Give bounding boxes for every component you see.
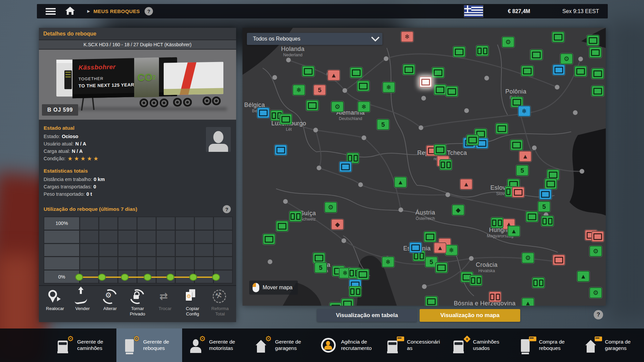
trailer-map-icon-box[interactable] bbox=[339, 161, 352, 172]
trailer-map-icon-box[interactable] bbox=[526, 211, 538, 222]
home-icon[interactable] bbox=[65, 7, 75, 15]
trailer-map-icon-box[interactable] bbox=[591, 231, 604, 242]
map-view-button[interactable]: Visualização no mapa bbox=[420, 309, 520, 322]
trailer-map-icon-box2[interactable] bbox=[489, 291, 501, 302]
trailer-map-icon-box[interactable] bbox=[432, 67, 444, 78]
trailer-map-icon-box[interactable] bbox=[591, 85, 604, 97]
make-private-button[interactable]: Tornar Privado bbox=[125, 289, 150, 322]
trailer-map-icon-box[interactable] bbox=[306, 100, 319, 111]
trailer-map-icon-drop[interactable]: ◆ bbox=[331, 219, 344, 230]
trailer-map-icon-snow[interactable]: ❄ bbox=[518, 106, 531, 117]
trailer-map-icon-box[interactable] bbox=[424, 231, 436, 242]
trailer-map-icon-box-selected[interactable] bbox=[419, 76, 432, 87]
trailer-map-icon-box[interactable] bbox=[512, 187, 525, 198]
table-view-button[interactable]: Visualização em tabela bbox=[317, 309, 417, 322]
trailer-map-icon-box[interactable] bbox=[510, 139, 523, 150]
trailer-map-icon-box[interactable] bbox=[445, 86, 458, 97]
trailer-map-icon-gear[interactable]: ⚙ bbox=[589, 246, 602, 257]
trailer-map-icon-gear[interactable]: ⚙ bbox=[589, 287, 602, 298]
trailer-map-icon-box2[interactable] bbox=[470, 275, 482, 286]
modify-button[interactable]: ⚙ Alterar bbox=[97, 289, 123, 322]
trailer-map-icon-box[interactable] bbox=[544, 178, 557, 189]
trailer-map-icon-photo[interactable]: ▲ bbox=[522, 298, 534, 306]
trailer-map-icon-box[interactable] bbox=[357, 80, 370, 92]
trailer-map-icon-box[interactable] bbox=[539, 189, 552, 200]
trailer-map-icon-box[interactable] bbox=[274, 144, 287, 156]
trailer-map-icon-curtain[interactable]: 5 bbox=[314, 262, 327, 273]
trailer-map-icon-photo[interactable]: ▲ bbox=[519, 151, 532, 162]
trailer-map-icon-box[interactable] bbox=[552, 32, 565, 43]
trailer-map-icon-curtain[interactable]: 5 bbox=[538, 201, 550, 212]
tab-driver-manager[interactable]: ⚙ Gerente de motoristas bbox=[182, 328, 248, 362]
trailer-map-icon-box2[interactable] bbox=[349, 286, 362, 297]
usage-help-icon[interactable]: ? bbox=[223, 205, 231, 213]
trailer-map-icon-photo[interactable]: ▲ bbox=[577, 271, 590, 282]
trailer-map-icon-box[interactable] bbox=[453, 46, 466, 57]
trailer-map-icon-box[interactable] bbox=[329, 302, 342, 306]
trailer-map-icon-box[interactable] bbox=[402, 64, 415, 75]
trailer-map-icon-box[interactable] bbox=[276, 221, 288, 232]
trailer-map-icon-gear[interactable]: ⚙ bbox=[331, 101, 344, 112]
trailer-map-icon-gear[interactable]: ⚙ bbox=[560, 53, 573, 64]
trailer-map-icon-curtain[interactable]: 5 bbox=[516, 165, 529, 176]
trailer-map-icon-snow[interactable]: ❄ bbox=[445, 245, 458, 256]
trailer-map-icon-gear[interactable]: ⚙ bbox=[502, 37, 515, 48]
trailer-map-icon-snow[interactable]: ❄ bbox=[401, 31, 414, 42]
trailer-map-icon-box[interactable] bbox=[495, 123, 508, 134]
trailer-map-icon-gear[interactable]: ⚙ bbox=[324, 202, 337, 213]
trailer-map-icon-box[interactable] bbox=[357, 269, 369, 280]
move-map-button[interactable]: Mover mapa bbox=[249, 281, 298, 295]
tab-recruitment-agency[interactable]: Agência de recrutamento bbox=[314, 328, 380, 362]
tab-used-trucks[interactable]: Caminhões usados bbox=[446, 328, 512, 362]
trailer-map-icon-box[interactable] bbox=[435, 262, 448, 273]
trailer-map-icon-box[interactable] bbox=[552, 254, 565, 265]
trailer-map-icon-snow[interactable]: ❄ bbox=[382, 82, 395, 93]
trailer-map-icon-box[interactable] bbox=[521, 65, 534, 76]
trailer-map-icon-box[interactable] bbox=[466, 134, 479, 145]
help-icon[interactable]: ? bbox=[145, 7, 153, 15]
trailer-map-icon-curtain[interactable]: 5 bbox=[313, 84, 326, 96]
trailer-map-icon-box[interactable] bbox=[263, 234, 275, 245]
trailer-map-icon-box2[interactable] bbox=[289, 211, 302, 222]
trailer-map-icon-snow[interactable]: ❄ bbox=[382, 256, 394, 267]
trailer-map-icon-box2[interactable] bbox=[476, 45, 489, 56]
trailer-map-icon-box[interactable] bbox=[350, 67, 363, 78]
tab-trailer-manager[interactable]: ⚙ Gerente de reboques bbox=[116, 328, 182, 362]
tab-garage-purchase[interactable]: Compra de garagens bbox=[578, 328, 644, 362]
sell-button[interactable]: Vender bbox=[70, 289, 95, 322]
trailer-map-icon-curtain[interactable]: 5 bbox=[377, 119, 389, 130]
trailer-map-icon-box[interactable] bbox=[552, 64, 565, 75]
trailer-map-icon-box2[interactable] bbox=[491, 217, 503, 228]
map-help-icon[interactable]: ? bbox=[594, 310, 603, 319]
trailer-map-icon-snow[interactable]: ❄ bbox=[358, 101, 370, 112]
trailer-map-icon-box[interactable] bbox=[341, 298, 354, 306]
trailer-map-icon-snow[interactable]: ❄ bbox=[292, 84, 305, 96]
trailer-map-icon-photo[interactable]: ▲ bbox=[507, 226, 520, 237]
trailer-map-icon-photo[interactable]: ▲ bbox=[434, 242, 446, 253]
trailer-map-icon-box[interactable] bbox=[587, 35, 599, 46]
trailer-map-icon-box[interactable] bbox=[257, 107, 270, 118]
trailer-map-icon-photo[interactable]: ▲ bbox=[394, 177, 407, 188]
trailer-map-icon-box2[interactable] bbox=[541, 216, 554, 227]
tab-dealerships[interactable]: Concessionárias bbox=[380, 328, 446, 362]
trailer-map-icon-photo[interactable]: ▲ bbox=[460, 179, 473, 190]
trailer-map-icon-box[interactable] bbox=[591, 68, 604, 79]
trailer-map-icon-box[interactable] bbox=[589, 47, 602, 58]
trailer-map-icon-box[interactable] bbox=[530, 49, 543, 60]
trailer-map[interactable]: HolandaNederlandBélgicaBeLuxemburgoLëtAl… bbox=[243, 28, 606, 306]
menu-icon[interactable] bbox=[46, 7, 56, 16]
trailer-map-icon-box[interactable] bbox=[409, 242, 422, 253]
trailer-map-icon-box[interactable] bbox=[302, 66, 315, 77]
trailer-map-icon-box[interactable] bbox=[574, 66, 587, 77]
copy-config-button[interactable]: ⚙ Copiar Config bbox=[180, 289, 205, 322]
trailer-map-icon-box[interactable] bbox=[279, 114, 292, 125]
trailer-map-icon-box2[interactable] bbox=[439, 159, 452, 170]
trailer-filter-dropdown[interactable]: Todos os Reboques bbox=[247, 33, 382, 45]
tab-truck-manager[interactable]: ⚙ Gerente de caminhões bbox=[50, 328, 116, 362]
tab-trailer-purchase[interactable]: Compra de reboques bbox=[512, 328, 578, 362]
trailer-map-icon-box[interactable] bbox=[434, 84, 446, 95]
trailer-map-icon-box2[interactable] bbox=[532, 277, 545, 288]
trailer-map-icon-photo[interactable]: ▲ bbox=[327, 70, 340, 81]
trailer-map-icon-drop[interactable]: ◆ bbox=[452, 204, 465, 216]
relocate-button[interactable]: Realocar bbox=[42, 289, 68, 322]
